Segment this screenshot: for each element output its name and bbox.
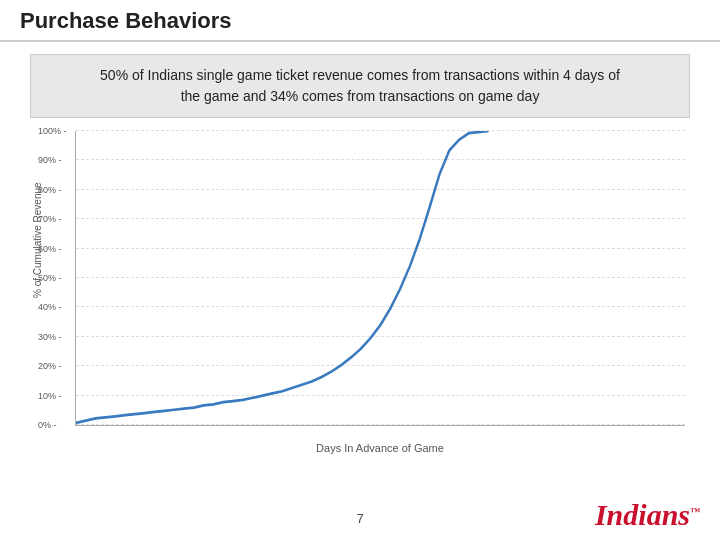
page-number: 7 bbox=[356, 511, 363, 526]
page-header: Purchase Behaviors bbox=[0, 0, 720, 42]
trademark-symbol: ™ bbox=[690, 506, 700, 517]
logo: Indians™ bbox=[595, 498, 700, 532]
chart-inner: 100% - 90% - 80% - 70% - 60% - 50% - 40%… bbox=[75, 131, 685, 426]
chart-area: % of Cumulative Revenue 100% - 90% - 80%… bbox=[30, 126, 690, 456]
highlight-box: 50% of Indians single game ticket revenu… bbox=[30, 54, 690, 118]
page-title: Purchase Behaviors bbox=[20, 8, 700, 34]
y-axis-label: % of Cumulative Revenue bbox=[32, 284, 43, 298]
x-axis-label: Days In Advance of Game bbox=[75, 442, 685, 454]
chart-svg bbox=[76, 131, 685, 425]
logo-text: Indians bbox=[595, 498, 690, 531]
highlight-text: 50% of Indians single game ticket revenu… bbox=[100, 67, 620, 104]
